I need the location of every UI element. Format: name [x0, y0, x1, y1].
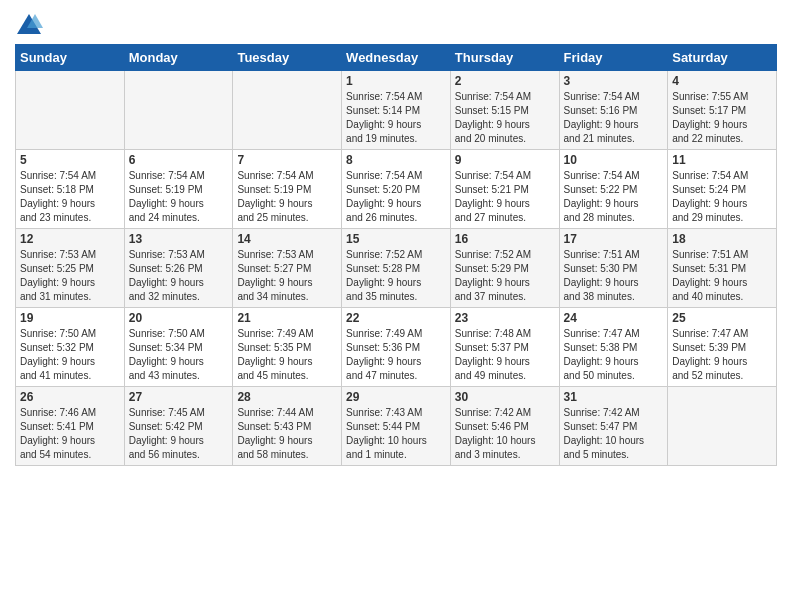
- day-info: Sunrise: 7:52 AM Sunset: 5:28 PM Dayligh…: [346, 248, 446, 304]
- day-info: Sunrise: 7:42 AM Sunset: 5:46 PM Dayligh…: [455, 406, 555, 462]
- day-info: Sunrise: 7:50 AM Sunset: 5:32 PM Dayligh…: [20, 327, 120, 383]
- day-info: Sunrise: 7:51 AM Sunset: 5:31 PM Dayligh…: [672, 248, 772, 304]
- day-info: Sunrise: 7:54 AM Sunset: 5:19 PM Dayligh…: [129, 169, 229, 225]
- day-info: Sunrise: 7:49 AM Sunset: 5:35 PM Dayligh…: [237, 327, 337, 383]
- calendar-cell: 18Sunrise: 7:51 AM Sunset: 5:31 PM Dayli…: [668, 229, 777, 308]
- calendar-cell: 17Sunrise: 7:51 AM Sunset: 5:30 PM Dayli…: [559, 229, 668, 308]
- calendar-cell: 24Sunrise: 7:47 AM Sunset: 5:38 PM Dayli…: [559, 308, 668, 387]
- day-number: 8: [346, 153, 446, 167]
- calendar-cell: [668, 387, 777, 466]
- calendar-cell: 25Sunrise: 7:47 AM Sunset: 5:39 PM Dayli…: [668, 308, 777, 387]
- day-number: 28: [237, 390, 337, 404]
- calendar-cell: 30Sunrise: 7:42 AM Sunset: 5:46 PM Dayli…: [450, 387, 559, 466]
- weekday-header-monday: Monday: [124, 45, 233, 71]
- calendar-cell: 14Sunrise: 7:53 AM Sunset: 5:27 PM Dayli…: [233, 229, 342, 308]
- weekday-header-thursday: Thursday: [450, 45, 559, 71]
- day-info: Sunrise: 7:43 AM Sunset: 5:44 PM Dayligh…: [346, 406, 446, 462]
- calendar-cell: 6Sunrise: 7:54 AM Sunset: 5:19 PM Daylig…: [124, 150, 233, 229]
- day-info: Sunrise: 7:47 AM Sunset: 5:39 PM Dayligh…: [672, 327, 772, 383]
- calendar-cell: [16, 71, 125, 150]
- day-info: Sunrise: 7:50 AM Sunset: 5:34 PM Dayligh…: [129, 327, 229, 383]
- day-number: 31: [564, 390, 664, 404]
- calendar-cell: 1Sunrise: 7:54 AM Sunset: 5:14 PM Daylig…: [342, 71, 451, 150]
- day-info: Sunrise: 7:54 AM Sunset: 5:18 PM Dayligh…: [20, 169, 120, 225]
- day-number: 30: [455, 390, 555, 404]
- day-number: 1: [346, 74, 446, 88]
- day-info: Sunrise: 7:54 AM Sunset: 5:15 PM Dayligh…: [455, 90, 555, 146]
- calendar-cell: 29Sunrise: 7:43 AM Sunset: 5:44 PM Dayli…: [342, 387, 451, 466]
- calendar-cell: 31Sunrise: 7:42 AM Sunset: 5:47 PM Dayli…: [559, 387, 668, 466]
- logo-icon: [15, 10, 43, 38]
- day-number: 7: [237, 153, 337, 167]
- day-number: 20: [129, 311, 229, 325]
- day-info: Sunrise: 7:54 AM Sunset: 5:24 PM Dayligh…: [672, 169, 772, 225]
- calendar-table: SundayMondayTuesdayWednesdayThursdayFrid…: [15, 44, 777, 466]
- day-number: 24: [564, 311, 664, 325]
- day-number: 6: [129, 153, 229, 167]
- weekday-header-tuesday: Tuesday: [233, 45, 342, 71]
- calendar-cell: 4Sunrise: 7:55 AM Sunset: 5:17 PM Daylig…: [668, 71, 777, 150]
- calendar-cell: 2Sunrise: 7:54 AM Sunset: 5:15 PM Daylig…: [450, 71, 559, 150]
- day-info: Sunrise: 7:52 AM Sunset: 5:29 PM Dayligh…: [455, 248, 555, 304]
- day-number: 12: [20, 232, 120, 246]
- day-number: 22: [346, 311, 446, 325]
- day-info: Sunrise: 7:54 AM Sunset: 5:21 PM Dayligh…: [455, 169, 555, 225]
- weekday-header-saturday: Saturday: [668, 45, 777, 71]
- day-number: 10: [564, 153, 664, 167]
- day-number: 25: [672, 311, 772, 325]
- day-info: Sunrise: 7:54 AM Sunset: 5:20 PM Dayligh…: [346, 169, 446, 225]
- day-info: Sunrise: 7:53 AM Sunset: 5:25 PM Dayligh…: [20, 248, 120, 304]
- day-number: 5: [20, 153, 120, 167]
- calendar-week-row: 5Sunrise: 7:54 AM Sunset: 5:18 PM Daylig…: [16, 150, 777, 229]
- day-number: 23: [455, 311, 555, 325]
- day-number: 18: [672, 232, 772, 246]
- calendar-cell: 23Sunrise: 7:48 AM Sunset: 5:37 PM Dayli…: [450, 308, 559, 387]
- calendar-cell: [233, 71, 342, 150]
- page-header: [15, 10, 777, 38]
- day-info: Sunrise: 7:54 AM Sunset: 5:19 PM Dayligh…: [237, 169, 337, 225]
- calendar-cell: 28Sunrise: 7:44 AM Sunset: 5:43 PM Dayli…: [233, 387, 342, 466]
- day-number: 15: [346, 232, 446, 246]
- day-number: 9: [455, 153, 555, 167]
- day-info: Sunrise: 7:53 AM Sunset: 5:27 PM Dayligh…: [237, 248, 337, 304]
- calendar-cell: 8Sunrise: 7:54 AM Sunset: 5:20 PM Daylig…: [342, 150, 451, 229]
- calendar-cell: 16Sunrise: 7:52 AM Sunset: 5:29 PM Dayli…: [450, 229, 559, 308]
- day-number: 26: [20, 390, 120, 404]
- day-info: Sunrise: 7:45 AM Sunset: 5:42 PM Dayligh…: [129, 406, 229, 462]
- calendar-cell: 7Sunrise: 7:54 AM Sunset: 5:19 PM Daylig…: [233, 150, 342, 229]
- day-number: 2: [455, 74, 555, 88]
- day-number: 13: [129, 232, 229, 246]
- weekday-header-wednesday: Wednesday: [342, 45, 451, 71]
- day-number: 19: [20, 311, 120, 325]
- calendar-cell: 10Sunrise: 7:54 AM Sunset: 5:22 PM Dayli…: [559, 150, 668, 229]
- day-number: 29: [346, 390, 446, 404]
- calendar-cell: [124, 71, 233, 150]
- calendar-cell: 3Sunrise: 7:54 AM Sunset: 5:16 PM Daylig…: [559, 71, 668, 150]
- day-info: Sunrise: 7:53 AM Sunset: 5:26 PM Dayligh…: [129, 248, 229, 304]
- day-number: 17: [564, 232, 664, 246]
- logo: [15, 10, 47, 38]
- day-number: 21: [237, 311, 337, 325]
- day-number: 11: [672, 153, 772, 167]
- calendar-cell: 19Sunrise: 7:50 AM Sunset: 5:32 PM Dayli…: [16, 308, 125, 387]
- calendar-cell: 12Sunrise: 7:53 AM Sunset: 5:25 PM Dayli…: [16, 229, 125, 308]
- day-info: Sunrise: 7:55 AM Sunset: 5:17 PM Dayligh…: [672, 90, 772, 146]
- day-number: 14: [237, 232, 337, 246]
- calendar-cell: 27Sunrise: 7:45 AM Sunset: 5:42 PM Dayli…: [124, 387, 233, 466]
- day-info: Sunrise: 7:48 AM Sunset: 5:37 PM Dayligh…: [455, 327, 555, 383]
- day-number: 27: [129, 390, 229, 404]
- calendar-week-row: 12Sunrise: 7:53 AM Sunset: 5:25 PM Dayli…: [16, 229, 777, 308]
- calendar-week-row: 19Sunrise: 7:50 AM Sunset: 5:32 PM Dayli…: [16, 308, 777, 387]
- day-info: Sunrise: 7:54 AM Sunset: 5:16 PM Dayligh…: [564, 90, 664, 146]
- calendar-cell: 21Sunrise: 7:49 AM Sunset: 5:35 PM Dayli…: [233, 308, 342, 387]
- calendar-cell: 15Sunrise: 7:52 AM Sunset: 5:28 PM Dayli…: [342, 229, 451, 308]
- calendar-cell: 20Sunrise: 7:50 AM Sunset: 5:34 PM Dayli…: [124, 308, 233, 387]
- calendar-cell: 13Sunrise: 7:53 AM Sunset: 5:26 PM Dayli…: [124, 229, 233, 308]
- weekday-header-row: SundayMondayTuesdayWednesdayThursdayFrid…: [16, 45, 777, 71]
- weekday-header-friday: Friday: [559, 45, 668, 71]
- calendar-cell: 11Sunrise: 7:54 AM Sunset: 5:24 PM Dayli…: [668, 150, 777, 229]
- day-number: 3: [564, 74, 664, 88]
- day-info: Sunrise: 7:51 AM Sunset: 5:30 PM Dayligh…: [564, 248, 664, 304]
- day-info: Sunrise: 7:47 AM Sunset: 5:38 PM Dayligh…: [564, 327, 664, 383]
- calendar-cell: 5Sunrise: 7:54 AM Sunset: 5:18 PM Daylig…: [16, 150, 125, 229]
